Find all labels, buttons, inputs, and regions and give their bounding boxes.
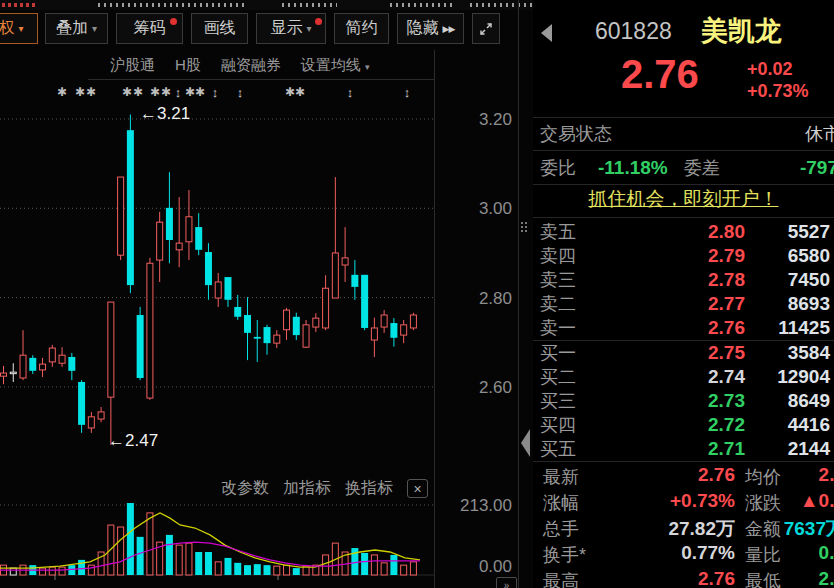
double-right-arrow-icon: ▶▶ — [443, 24, 455, 34]
buy-order-row[interactable]: 买二2.7412904 — [533, 365, 834, 389]
fullscreen-icon — [479, 22, 493, 36]
price-change: +0.02 +0.73% — [747, 58, 809, 102]
weibi-row: 委比 -11.18% 委差 -797 — [533, 151, 834, 184]
sell-order-row[interactable]: 卖五2.805527 — [533, 220, 834, 244]
order-volume: 6580 — [744, 245, 830, 267]
event-marker-icon: ✱ — [57, 85, 67, 99]
order-price: 2.74 — [653, 366, 745, 388]
switch-indicator-button[interactable]: 换指标 — [345, 478, 393, 499]
dividend-marker-icon: ↕ — [237, 85, 244, 100]
stat-value: 2.76 — [608, 568, 735, 588]
indicator-menu: 改参数 加指标 换指标 × — [221, 478, 428, 499]
stat-row: 最新2.76均价2.7 — [533, 462, 834, 488]
sell-order-row[interactable]: 卖一2.7611425 — [533, 316, 834, 340]
close-indicator-button[interactable]: × — [407, 479, 428, 498]
stat-value: 0.77% — [608, 542, 735, 564]
back-arrow-icon[interactable] — [541, 24, 552, 42]
add-indicator-button[interactable]: 加指标 — [283, 478, 331, 499]
order-price: 2.77 — [653, 293, 745, 315]
stat-label: 最高 — [543, 569, 579, 588]
change-params-button[interactable]: 改参数 — [221, 478, 269, 499]
dividend-marker-icon: ↕ — [175, 85, 182, 100]
order-level-label: 卖三 — [540, 268, 576, 292]
event-marker-icon: ✱ — [295, 85, 305, 99]
order-price: 2.73 — [653, 390, 745, 412]
chart-axis-divider — [434, 50, 435, 588]
order-level-label: 卖五 — [540, 220, 576, 244]
change-percent: +0.73% — [747, 80, 809, 102]
stat-value: 7637万 — [745, 516, 834, 542]
order-volume: 8649 — [744, 390, 830, 412]
sell-order-row[interactable]: 卖四2.796580 — [533, 244, 834, 268]
price-axis-260: 2.60 — [434, 378, 512, 398]
sell-order-row[interactable]: 卖三2.787450 — [533, 268, 834, 292]
order-level-label: 卖二 — [540, 292, 576, 316]
event-marker-icon: ✱ — [161, 85, 171, 99]
event-marker-icon: ✱ — [133, 85, 143, 99]
order-level-label: 买二 — [540, 365, 576, 389]
collapse-panel-arrow-icon[interactable] — [521, 429, 530, 457]
order-level-label: 买三 — [540, 389, 576, 413]
order-price: 2.79 — [653, 245, 745, 267]
price-axis-300: 3.00 — [434, 199, 512, 219]
stat-row: 涨幅+0.73%涨跌▲0.0 — [533, 488, 834, 514]
event-marker-icon: ✱ — [195, 85, 205, 99]
change-value: +0.02 — [747, 58, 809, 80]
order-level-label: 买四 — [540, 413, 576, 437]
price-axis-320: 3.20 — [434, 110, 512, 130]
volume-axis-max: 213.00 — [434, 496, 512, 516]
order-price: 2.72 — [653, 414, 745, 436]
order-volume: 2144 — [744, 438, 830, 460]
volume-axis-min: 0.00 — [434, 557, 512, 577]
high-price-annotation: ←3.21 — [140, 104, 190, 124]
buy-order-row[interactable]: 买四2.724416 — [533, 413, 834, 437]
trade-status-row: 交易状态 休市 — [533, 118, 834, 150]
buy-order-row[interactable]: 买一2.753584 — [533, 341, 834, 365]
buy-order-row[interactable]: 买三2.738649 — [533, 389, 834, 413]
stat-label: 涨幅 — [543, 491, 579, 515]
expand-more-button[interactable]: » — [496, 577, 517, 588]
event-marker-icon: ✱ — [86, 85, 96, 99]
stat-value: 2.7 — [745, 464, 834, 486]
stat-label: 换手* — [543, 543, 586, 567]
buy-order-row[interactable]: 买五2.712144 — [533, 437, 834, 461]
quote-panel: 601828 美凯龙 2.76 +0.02 +0.73% 交易状态 休市 委比 … — [533, 0, 834, 588]
panel-splitter[interactable] — [518, 0, 519, 588]
stat-row: 最高2.76最低2.7 — [533, 566, 834, 588]
order-price: 2.76 — [653, 317, 745, 339]
order-volume: 3584 — [744, 342, 830, 364]
event-marker-icon: ✱ — [75, 85, 85, 99]
splitter-grip-icon[interactable] — [520, 221, 528, 233]
order-price: 2.80 — [653, 221, 745, 243]
order-price: 2.78 — [653, 269, 745, 291]
order-price: 2.71 — [653, 438, 745, 460]
stat-value: 2.7 — [745, 568, 834, 588]
stock-name: 美凯龙 — [701, 13, 782, 49]
stat-value: +0.73% — [608, 490, 735, 512]
dividend-marker-icon: ↕ — [347, 85, 354, 100]
order-level-label: 卖四 — [540, 244, 576, 268]
stat-value: 27.82万 — [608, 516, 735, 542]
dividend-marker-icon: ↕ — [212, 85, 219, 100]
low-price-annotation: ←2.47 — [108, 431, 158, 451]
sell-order-row[interactable]: 卖二2.778693 — [533, 292, 834, 316]
order-volume: 5527 — [744, 221, 830, 243]
order-price: 2.75 — [653, 342, 745, 364]
stat-row: 总手27.82万金额7637万 — [533, 514, 834, 540]
order-level-label: 买一 — [540, 341, 576, 365]
open-account-link[interactable]: 抓住机会，即刻开户！ — [533, 186, 834, 212]
event-marker-icon: ✱ — [150, 85, 160, 99]
stat-label: 最新 — [543, 465, 579, 489]
weibi-value: -11.18% — [598, 157, 668, 179]
stat-value: 0.9 — [745, 542, 834, 564]
order-volume: 7450 — [744, 269, 830, 291]
order-level-label: 买五 — [540, 437, 576, 461]
event-marker-icon: ✱ — [185, 85, 195, 99]
trade-status-label: 交易状态 — [540, 122, 612, 146]
fullscreen-button[interactable] — [472, 13, 500, 44]
last-price: 2.76 — [621, 52, 699, 97]
event-marker-icon: ✱ — [285, 85, 295, 99]
stock-code: 601828 — [595, 18, 672, 45]
order-volume: 4416 — [744, 414, 830, 436]
order-volume: 11425 — [744, 317, 830, 339]
